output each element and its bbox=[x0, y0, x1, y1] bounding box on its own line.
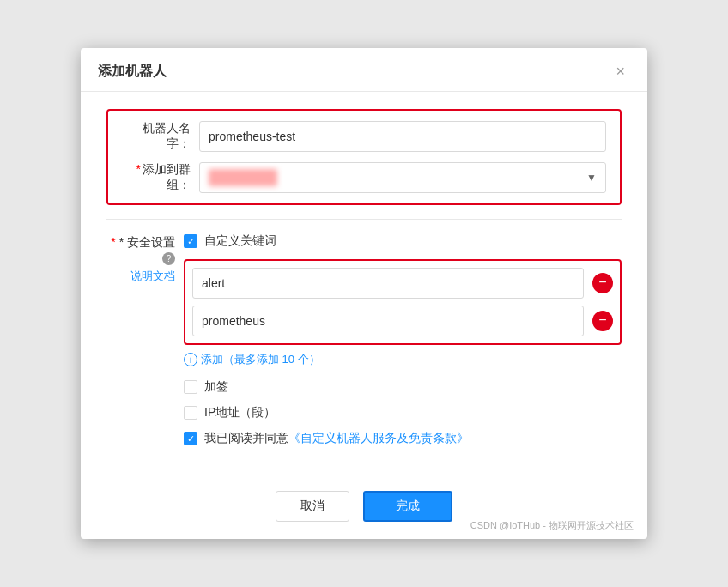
group-row: *添加到群组： ▼ bbox=[122, 162, 606, 193]
keyword-row-1: − bbox=[192, 306, 613, 336]
dialog-body: 机器人名字： *添加到群组： ▼ bbox=[81, 92, 647, 477]
chevron-down-icon: ▼ bbox=[586, 172, 597, 184]
keyword-input-0[interactable] bbox=[192, 268, 584, 299]
watermark: CSDN @IoTHub - 物联网开源技术社区 bbox=[470, 519, 634, 532]
finish-button[interactable]: 完成 bbox=[363, 491, 452, 522]
required-star: * bbox=[136, 162, 141, 176]
agree-link[interactable]: 《自定义机器人服务及免责条款》 bbox=[288, 431, 469, 445]
minus-icon-1: − bbox=[598, 313, 606, 327]
close-button[interactable]: × bbox=[610, 62, 630, 81]
custom-keyword-checkbox-row: ✓ 自定义关键词 bbox=[184, 233, 622, 249]
keyword-highlight-box: − − bbox=[184, 259, 622, 345]
agree-checkbox[interactable]: ✓ bbox=[184, 432, 197, 445]
keyword-remove-button-1[interactable]: − bbox=[592, 311, 613, 331]
info-icon[interactable]: ? bbox=[162, 252, 175, 265]
minus-icon-0: − bbox=[598, 275, 606, 289]
agree-row: ✓ 我已阅读并同意《自定义机器人服务及免责条款》 bbox=[184, 431, 622, 446]
checkmark-icon: ✓ bbox=[187, 237, 195, 246]
security-content: ✓ 自定义关键词 − bbox=[184, 233, 622, 460]
dialog-overlay: 添加机器人 × 机器人名字： *添加到群组： ▼ bbox=[0, 0, 728, 587]
dialog-header: 添加机器人 × bbox=[81, 48, 647, 92]
security-section: * * 安全设置 ? 说明文档 ✓ 自定义关键词 bbox=[106, 233, 622, 460]
add-keyword-link[interactable]: + 添加（最多添加 10 个） bbox=[184, 352, 622, 367]
cancel-button[interactable]: 取消 bbox=[276, 491, 349, 522]
ip-checkbox-row: IP地址（段） bbox=[184, 405, 622, 421]
dialog-title: 添加机器人 bbox=[98, 63, 167, 81]
doc-link[interactable]: 说明文档 bbox=[106, 269, 175, 284]
keyword-remove-button-0[interactable]: − bbox=[592, 273, 613, 294]
keyword-input-1[interactable] bbox=[192, 306, 584, 336]
robot-name-row: 机器人名字： bbox=[122, 121, 606, 152]
custom-keyword-label: 自定义关键词 bbox=[204, 233, 276, 249]
keyword-row-0: − bbox=[192, 268, 613, 299]
group-select-wrapper[interactable]: ▼ bbox=[199, 162, 606, 193]
ip-checkbox[interactable] bbox=[184, 406, 197, 420]
tag-label: 加签 bbox=[204, 379, 228, 395]
tag-checkbox[interactable] bbox=[184, 380, 197, 394]
plus-circle-icon: + bbox=[184, 353, 197, 366]
tag-checkbox-row: 加签 bbox=[184, 379, 622, 395]
agree-text: 我已阅读并同意《自定义机器人服务及免责条款》 bbox=[204, 431, 469, 446]
custom-keyword-checkbox[interactable]: ✓ bbox=[184, 234, 197, 248]
divider bbox=[106, 219, 622, 220]
add-keyword-text: 添加（最多添加 10 个） bbox=[201, 352, 320, 367]
group-selected-value bbox=[209, 169, 277, 186]
ip-label: IP地址（段） bbox=[204, 405, 276, 421]
agree-checkmark-icon: ✓ bbox=[187, 434, 195, 444]
top-highlight-box: 机器人名字： *添加到群组： ▼ bbox=[106, 109, 622, 205]
group-label: *添加到群组： bbox=[122, 162, 199, 193]
security-label-area: * * 安全设置 ? 说明文档 bbox=[106, 233, 184, 284]
robot-name-input[interactable] bbox=[199, 121, 606, 152]
required-star-security: * bbox=[111, 235, 118, 249]
robot-name-label: 机器人名字： bbox=[122, 121, 199, 152]
add-robot-dialog: 添加机器人 × 机器人名字： *添加到群组： ▼ bbox=[81, 48, 647, 539]
security-label: * * 安全设置 ? bbox=[111, 235, 175, 264]
